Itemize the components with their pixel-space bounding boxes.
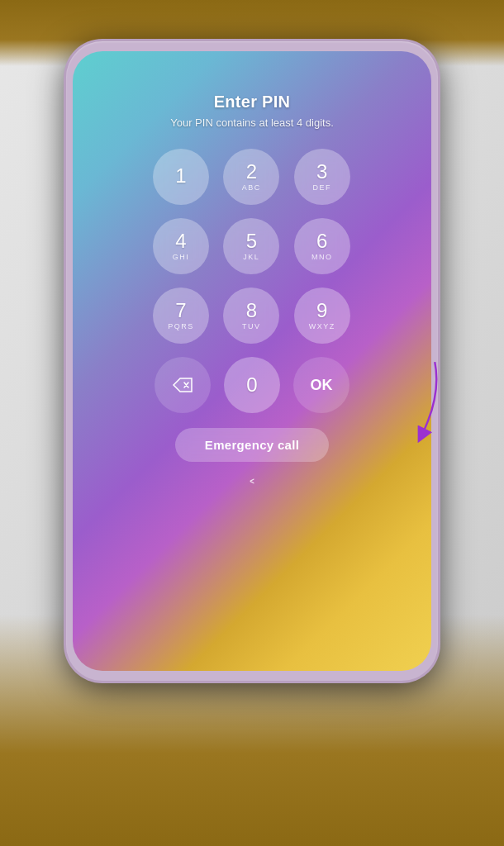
key-2-letters: ABC [242, 183, 261, 192]
key-3[interactable]: 3 DEF [294, 149, 350, 205]
key-5-number: 5 [246, 231, 257, 251]
key-7-letters: PQRS [168, 322, 194, 330]
key-3-letters: DEF [312, 183, 331, 192]
ok-key[interactable]: OK [293, 357, 349, 413]
key-4-letters: GHI [173, 253, 190, 261]
keypad: 1 2 ABC 3 DEF 4 [153, 149, 351, 344]
key-0-number: 0 [246, 373, 257, 397]
key-1-number: 1 [175, 166, 186, 186]
key-4[interactable]: 4 GHI [153, 218, 209, 274]
key-5-letters: JKL [243, 253, 259, 261]
key-9[interactable]: 9 WXYZ [294, 288, 350, 344]
key-7-number: 7 [175, 301, 186, 321]
key-9-number: 9 [316, 301, 327, 321]
key-7[interactable]: 7 PQRS [153, 288, 209, 344]
key-5[interactable]: 5 JKL [223, 218, 279, 274]
key-4-number: 4 [175, 231, 186, 251]
scene: Enter PIN Your PIN contains at least 4 d… [0, 0, 504, 846]
key-6-letters: MNO [311, 253, 333, 261]
pin-title: Enter PIN [214, 93, 291, 112]
pin-container: Enter PIN Your PIN contains at least 4 d… [73, 51, 431, 671]
key-2-number: 2 [246, 162, 257, 182]
phone-screen: Enter PIN Your PIN contains at least 4 d… [73, 51, 431, 671]
backspace-icon [173, 378, 193, 392]
bottom-row: 0 OK [153, 357, 351, 413]
ok-label: OK [311, 377, 333, 394]
key-8-letters: TUV [242, 322, 261, 330]
key-8[interactable]: 8 TUV [223, 288, 279, 344]
phone-shell: Enter PIN Your PIN contains at least 4 d… [66, 41, 438, 681]
key-1[interactable]: 1 [153, 149, 209, 205]
back-chevron-icon: ˂ [248, 478, 256, 496]
pin-subtitle: Your PIN contains at least 4 digits. [170, 116, 334, 129]
emergency-call-button[interactable]: Emergency call [175, 428, 329, 462]
key-3-number: 3 [316, 162, 327, 182]
key-6-number: 6 [316, 231, 327, 251]
key-8-number: 8 [246, 301, 257, 321]
key-6[interactable]: 6 MNO [294, 218, 350, 274]
key-9-letters: WXYZ [309, 322, 335, 330]
key-0[interactable]: 0 [224, 357, 280, 413]
back-button[interactable]: ˂ [248, 477, 256, 497]
key-2[interactable]: 2 ABC [223, 149, 279, 205]
backspace-key[interactable] [155, 357, 211, 413]
